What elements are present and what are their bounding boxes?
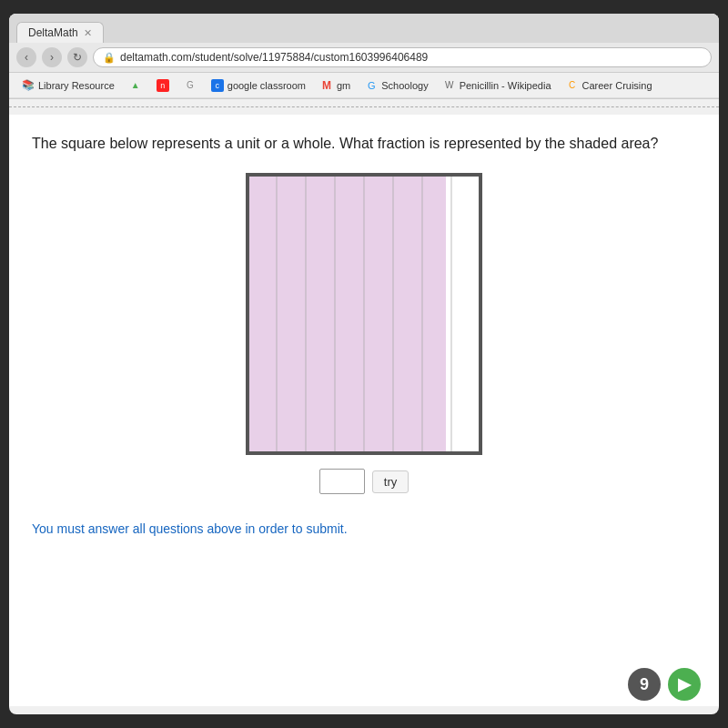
gmail-icon: M [320,79,333,92]
fraction-input[interactable] [319,469,365,494]
bookmark-g[interactable]: G [178,77,202,94]
bottom-nav: 9 ▶ [628,668,701,701]
active-tab[interactable]: DeltaMath ✕ [16,22,104,43]
bookmark-schoology-label: Schoology [381,80,428,91]
tab-bar: DeltaMath ✕ [9,14,719,43]
bookmark-classroom-label: google classroom [228,80,306,91]
bookmark-library-label: Library Resource [38,80,115,91]
bookmark-career-label: Career Cruising [582,80,652,91]
bookmark-library[interactable]: 📚 Library Resource [16,77,120,94]
answer-row: try [319,469,409,494]
unit-square [246,173,482,455]
tab-label: DeltaMath [28,26,78,39]
bookmark-penicillin-label: Penicillin - Wikipedia [460,80,551,91]
page-number-button[interactable]: 9 [628,668,661,701]
diagram-container: try [32,173,696,494]
separator [9,106,719,107]
bookmark-penicillin[interactable]: W Penicillin - Wikipedia [438,77,557,94]
address-bar-row: ‹ › ↻ 🔒 deltamath.com/student/solve/1197… [9,43,719,73]
classroom-icon: c [211,79,224,92]
bookmark-notion[interactable]: n [151,77,175,94]
bookmark-drive[interactable]: ▲ [124,77,147,94]
penicillin-icon: W [443,79,456,92]
forward-nav-button[interactable]: ▶ [668,668,701,701]
library-icon: 📚 [22,79,35,92]
bookmark-career[interactable]: C Career Cruising [561,77,658,94]
question-text: The square below represents a unit or a … [32,133,669,155]
submit-warning: You must answer all questions above in o… [32,521,696,536]
refresh-button[interactable]: ↻ [67,47,87,67]
drive-icon: ▲ [129,79,142,92]
bookmarks-bar: 📚 Library Resource ▲ n G c google classr… [9,73,719,98]
forward-button[interactable]: › [42,47,62,67]
lock-icon: 🔒 [103,52,116,64]
bookmark-gmail-label: gm [337,80,350,91]
back-button[interactable]: ‹ [16,47,36,67]
browser-chrome: DeltaMath ✕ ‹ › ↻ 🔒 deltamath.com/studen… [9,14,719,99]
schoology-icon: G [365,79,378,92]
bookmark-classroom[interactable]: c google classroom [206,77,311,94]
g-icon: G [184,79,197,92]
bookmark-gmail[interactable]: M gm [315,77,356,94]
url-text: deltamath.com/student/solve/11975884/cus… [120,51,428,64]
notion-icon: n [157,79,169,92]
tab-close-icon[interactable]: ✕ [84,27,92,39]
career-icon: C [566,79,579,92]
page-content: The square below represents a unit or a … [9,115,719,706]
try-button[interactable]: try [372,470,409,493]
bookmark-schoology[interactable]: G Schoology [359,77,433,94]
grid-svg [248,175,480,453]
address-bar[interactable]: 🔒 deltamath.com/student/solve/11975884/c… [93,47,712,67]
browser-window: DeltaMath ✕ ‹ › ↻ 🔒 deltamath.com/studen… [9,14,719,714]
